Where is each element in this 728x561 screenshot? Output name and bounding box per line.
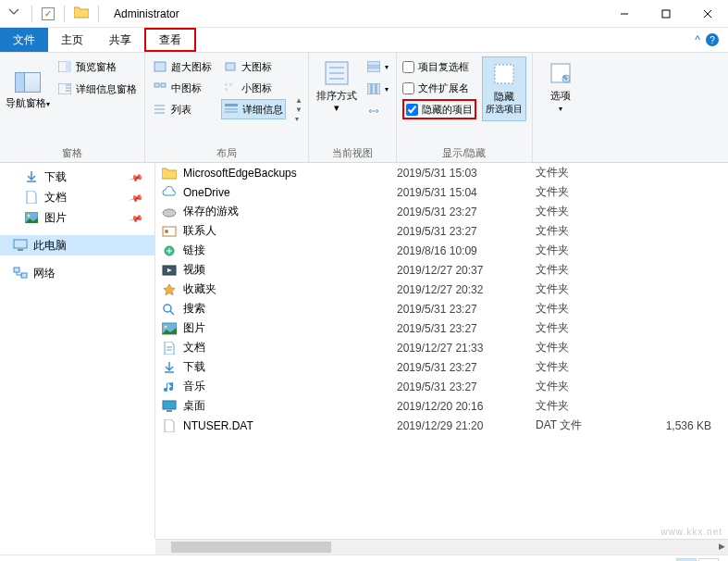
download-icon [24, 169, 39, 184]
tab-share[interactable]: 共享 [96, 28, 144, 52]
hidden-items-toggle[interactable]: 隐藏的项目 [402, 99, 476, 119]
file-name: 视频 [183, 262, 397, 278]
svg-rect-18 [225, 104, 238, 106]
file-type: 文件夹 [536, 243, 628, 258]
file-date: 2019/5/31 23:27 [397, 361, 536, 374]
file-row[interactable]: OneDrive2019/5/31 15:04文件夹 [155, 182, 728, 202]
file-date: 2019/5/31 23:27 [397, 322, 536, 335]
file-row[interactable]: 音乐2019/5/31 23:27文件夹 [155, 377, 728, 396]
svg-rect-10 [154, 83, 159, 87]
file-name: 文档 [183, 340, 397, 355]
computer-icon [13, 238, 28, 253]
sidebar-item-this-pc[interactable]: 此电脑 [0, 235, 154, 256]
file-row[interactable]: 联系人2019/5/31 23:27文件夹 [155, 221, 728, 241]
details-pane-button[interactable]: 详细信息窗格 [56, 79, 139, 99]
file-row[interactable]: 保存的游戏2019/5/31 23:27文件夹 [155, 202, 728, 221]
svg-rect-38 [14, 268, 19, 272]
svg-rect-37 [18, 249, 23, 251]
ribbon: 导航窗格 预览窗格 详细信息窗格 窗格 超大图标 大图标 中图标 [0, 52, 728, 163]
navigation-sidebar[interactable]: 下载📌 文档📌 图片📌 此电脑 网络 [0, 163, 155, 539]
layout-scroll-up[interactable]: ▲ [295, 96, 302, 105]
file-name: 收藏夹 [183, 281, 397, 297]
svg-rect-52 [163, 401, 176, 409]
view-list[interactable]: 列表 [151, 99, 214, 119]
tab-view[interactable]: 查看 [144, 28, 196, 52]
sidebar-item-documents[interactable]: 文档📌 [0, 187, 154, 207]
file-row[interactable]: 收藏夹2019/12/27 20:32文件夹 [155, 280, 728, 299]
music-icon [155, 380, 183, 393]
item-checkboxes-toggle[interactable]: 项目复选框 [402, 56, 476, 77]
picture-icon [155, 322, 183, 335]
qat-checkbox-icon[interactable]: ✓ [42, 7, 55, 20]
ribbon-group-current-view: 排序方式▾ ▾ ▾ 当前视图 [309, 53, 397, 162]
file-row[interactable]: 下载2019/5/31 23:27文件夹 [155, 357, 728, 377]
file-name: MicrosoftEdgeBackups [183, 167, 397, 180]
sort-by-button[interactable]: 排序方式▾ [315, 56, 359, 121]
file-name: 图片 [183, 320, 397, 336]
file-row[interactable]: 文档2019/12/27 21:33文件夹 [155, 338, 728, 357]
ribbon-group-layout: 超大图标 大图标 中图标 小图标 列表 详细信息 ▲ ▼ ▾ 布局 [145, 53, 309, 162]
svg-rect-11 [161, 83, 166, 87]
file-row[interactable]: NTUSER.DAT2019/12/29 21:20DAT 文件1,536 KB [155, 416, 728, 435]
search-icon [155, 303, 183, 316]
gamepad-icon [155, 206, 183, 218]
desktop-icon [155, 400, 183, 413]
preview-pane-button[interactable]: 预览窗格 [56, 56, 139, 77]
download-icon [155, 361, 183, 374]
file-type: 文件夹 [536, 165, 628, 181]
collapse-ribbon-icon[interactable]: ^ [695, 33, 700, 46]
layout-expand[interactable]: ▾ [295, 115, 302, 123]
svg-point-42 [165, 230, 168, 233]
file-row[interactable]: 图片2019/5/31 23:27文件夹 [155, 318, 728, 338]
view-small-icons[interactable]: 小图标 [221, 78, 286, 98]
file-row[interactable]: 桌面2019/12/20 20:16文件夹 [155, 396, 728, 416]
maximize-button[interactable] [645, 0, 686, 28]
file-row[interactable]: 视频2019/12/27 20:37文件夹 [155, 260, 728, 280]
layout-scroll-down[interactable]: ▼ [295, 106, 302, 114]
horizontal-scrollbar[interactable]: ◀ ▶ [155, 539, 728, 555]
sidebar-item-downloads[interactable]: 下载📌 [0, 167, 154, 187]
help-icon[interactable]: ? [706, 33, 719, 46]
view-mode-icons-button[interactable] [698, 558, 719, 562]
add-columns-button[interactable]: ▾ [364, 79, 390, 99]
view-extra-large-icons[interactable]: 超大图标 [151, 56, 214, 77]
file-row[interactable]: 搜索2019/5/31 23:27文件夹 [155, 299, 728, 318]
file-date: 2019/5/31 23:27 [397, 380, 536, 393]
file-date: 2019/5/31 23:27 [397, 303, 536, 316]
file-type: 文件夹 [536, 398, 628, 414]
file-row[interactable]: 链接2019/8/16 10:09文件夹 [155, 241, 728, 260]
navigation-pane-button[interactable]: 导航窗格 [6, 56, 50, 125]
minimize-button[interactable] [603, 0, 645, 28]
options-icon [546, 58, 575, 88]
file-row[interactable]: MicrosoftEdgeBackups2019/5/31 15:03文件夹 [155, 163, 728, 182]
group-by-button[interactable]: ▾ [364, 56, 390, 77]
file-extensions-toggle[interactable]: 文件扩展名 [402, 78, 476, 98]
tab-file[interactable]: 文件 [0, 28, 48, 52]
hide-icon [489, 59, 519, 89]
nav-down-icon[interactable] [6, 6, 22, 20]
svg-rect-53 [167, 410, 172, 412]
file-type: 文件夹 [536, 301, 628, 317]
sidebar-item-pictures[interactable]: 图片📌 [0, 207, 154, 228]
file-list[interactable]: MicrosoftEdgeBackups2019/5/31 15:03文件夹On… [155, 163, 728, 539]
preview-pane-icon [57, 60, 72, 73]
view-medium-icons[interactable]: 中图标 [151, 78, 214, 98]
svg-point-40 [163, 209, 176, 217]
view-mode-details-button[interactable] [676, 558, 697, 562]
ribbon-group-options: 选项▾ [533, 53, 588, 162]
tab-home[interactable]: 主页 [48, 28, 96, 52]
file-date: 2019/12/29 21:20 [397, 419, 536, 432]
file-date: 2019/5/31 15:04 [397, 186, 536, 199]
close-button[interactable] [686, 0, 728, 28]
hide-selected-button[interactable]: 隐藏所选项目 [482, 56, 526, 121]
view-details[interactable]: 详细信息 [221, 99, 286, 119]
file-type: 文件夹 [536, 359, 628, 375]
size-columns-button[interactable] [364, 101, 390, 121]
options-button[interactable]: 选项▾ [538, 56, 583, 121]
file-name: 保存的游戏 [183, 204, 397, 219]
svg-rect-9 [226, 63, 235, 70]
sidebar-item-network[interactable]: 网络 [0, 263, 154, 283]
view-large-icons[interactable]: 大图标 [221, 56, 286, 77]
file-name: 桌面 [183, 398, 397, 414]
file-type: 文件夹 [536, 281, 628, 297]
